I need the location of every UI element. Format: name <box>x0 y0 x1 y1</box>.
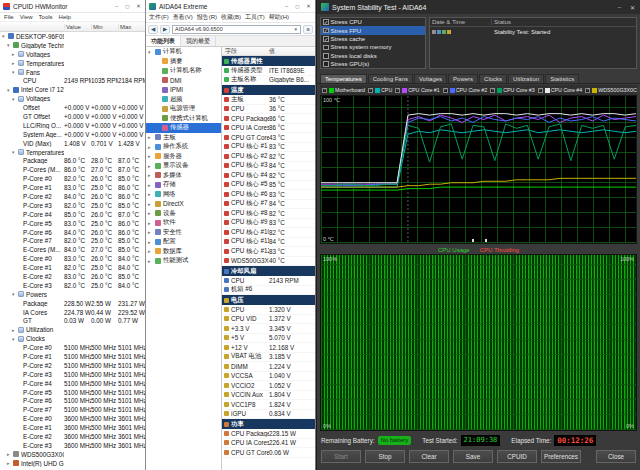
sensor-row[interactable]: E-Core #182.0 °C25.0 °C84.0 °C <box>0 263 145 272</box>
tree-item[interactable]: 摘要 <box>146 57 221 67</box>
sensor-row[interactable]: ▸Utilization <box>0 325 145 334</box>
column-header-value[interactable]: Value <box>64 24 91 30</box>
expand-icon[interactable]: ▸ <box>148 210 154 216</box>
legend-item[interactable]: Motherboard <box>322 87 365 93</box>
start-button[interactable]: Start <box>321 450 361 463</box>
field-row[interactable]: CPU GT Cores43 °C <box>222 133 315 143</box>
expand-icon[interactable]: ▸ <box>148 172 154 178</box>
stop-button[interactable]: Stop <box>365 450 405 463</box>
scroll-marker[interactable] <box>485 239 487 242</box>
aida64-menu[interactable]: 工具(T) <box>245 13 265 22</box>
checkbox-unchecked-icon[interactable] <box>323 45 329 51</box>
tree-item[interactable]: 传感器 <box>146 123 221 133</box>
legend-item[interactable]: CPU <box>368 87 392 93</box>
sensor-row[interactable]: E-Core #13600 MHz500 MHz3601 MHz <box>0 423 145 432</box>
checkbox-unchecked-icon[interactable] <box>323 61 329 67</box>
field-row[interactable]: +12 V12.168 V <box>222 343 315 353</box>
sensor-row[interactable]: P-Core #284.0 °C26.0 °C86.0 °C <box>0 192 145 201</box>
checkbox-checked-icon[interactable] <box>585 88 590 93</box>
sensor-row[interactable]: LLC/Ring O...+0.000 V+0.000 V+0.000 V <box>0 121 145 130</box>
legend-item[interactable]: CPU Core #4 <box>538 87 583 93</box>
sensor-row[interactable]: ▾Voltages <box>0 94 145 103</box>
close-button[interactable]: Close <box>596 450 636 463</box>
report-icon[interactable]: ≡ <box>303 25 313 34</box>
field-row[interactable]: DIMM1.224 V <box>222 362 315 372</box>
aida64-titlebar[interactable]: AIDA64 Extreme <box>146 0 315 13</box>
field-row[interactable]: VCC1P81.824 V <box>222 400 315 410</box>
expand-icon[interactable]: ▸ <box>148 239 154 245</box>
field-row[interactable]: CPU Package228.15 W <box>222 429 315 439</box>
tree-item[interactable]: ▸多媒体 <box>146 171 221 181</box>
field-row[interactable]: CPU GT Cores0.06 W <box>222 448 315 458</box>
sensor-row[interactable]: E-Cores (M...84.0 °C27.0 °C85.0 °C <box>0 245 145 254</box>
sensor-row[interactable]: P-Core #382.0 °C25.0 °C85.0 °C <box>0 201 145 210</box>
field-row[interactable]: CPU 核心 #1283 °C <box>222 247 315 257</box>
close-icon[interactable] <box>629 4 636 11</box>
legend-item[interactable]: CPU Core #3 <box>490 87 535 93</box>
field-row[interactable]: CPU1.320 V <box>222 305 315 315</box>
minimize-icon[interactable] <box>113 3 120 9</box>
sensor-row[interactable]: P-Core #684.0 °C26.0 °C86.0 °C <box>0 228 145 237</box>
forward-icon[interactable]: ▶ <box>160 25 170 34</box>
field-row[interactable]: CPU Package86 °C <box>222 114 315 124</box>
field-row[interactable]: VBAT 电池3.185 V <box>222 353 315 363</box>
field-row[interactable]: VCCIN Aux1.804 V <box>222 391 315 401</box>
tab-statistics[interactable]: Statistics <box>545 74 579 83</box>
field-row[interactable]: +3.3 V3.345 V <box>222 324 315 334</box>
stress-option-stress-system-memory[interactable]: Stress system memory <box>321 43 425 51</box>
stress-option-stress-local-disks[interactable]: Stress local disks <box>321 52 425 60</box>
minimize-icon[interactable] <box>616 4 623 11</box>
expand-icon[interactable]: ▸ <box>148 163 154 169</box>
sensor-row[interactable]: P-Core #082.0 °C26.0 °C85.0 °C <box>0 174 145 183</box>
checkbox-checked-icon[interactable] <box>368 88 373 93</box>
field-row[interactable]: CPU VID1.372 V <box>222 315 315 325</box>
field-row[interactable]: CPU 核心 #882 °C <box>222 209 315 219</box>
tree-item[interactable]: IPMI <box>146 85 221 95</box>
tree-item[interactable]: ▸设备 <box>146 209 221 219</box>
field-row[interactable]: CPU 核心 #784 °C <box>222 200 315 210</box>
sensor-row[interactable]: ▸Voltages <box>0 50 145 59</box>
tab-clocks[interactable]: Clocks <box>479 74 507 83</box>
back-icon[interactable]: ◀ <box>148 25 158 34</box>
field-row[interactable]: 主板36 °C <box>222 95 315 105</box>
stress-option-stress-cpu[interactable]: Stress CPU <box>321 18 425 26</box>
checkbox-unchecked-icon[interactable] <box>323 53 329 59</box>
sensor-row[interactable]: CPU2149 RPM1035 RPM2184 RPM <box>0 76 145 85</box>
field-row[interactable]: CPU 核心 #482 °C <box>222 171 315 181</box>
legend-item[interactable]: WDS500G3X0C-00SJG0 <box>585 87 637 93</box>
expand-icon[interactable]: ▸ <box>148 153 154 159</box>
maximize-icon[interactable] <box>124 3 131 9</box>
expand-icon[interactable]: ▸ <box>148 144 154 150</box>
sensor-row[interactable]: Package86.0 °C28.0 °C87.0 °C <box>0 156 145 165</box>
preferences-button[interactable]: Preferences <box>541 450 581 463</box>
close-icon[interactable] <box>305 3 312 9</box>
sensor-row[interactable]: P-Core #25100 MHz500 MHz5101 MHz <box>0 361 145 370</box>
collapse-icon[interactable]: ▾ <box>148 49 154 55</box>
hwmonitor-menu-file[interactable]: File <box>4 14 14 20</box>
checkbox-checked-icon[interactable] <box>538 88 543 93</box>
sensor-row[interactable]: P-Core #15100 MHz500 MHz5101 MHz <box>0 352 145 361</box>
field-row[interactable]: CPU 核心 #683 °C <box>222 190 315 200</box>
tree-item[interactable]: 电源管理 <box>146 104 221 114</box>
save-button[interactable]: Save <box>453 450 493 463</box>
field-row[interactable]: 机箱 #6 <box>222 286 315 296</box>
field-row[interactable]: 主板名称Gigabyte B6... <box>222 76 315 86</box>
sensor-row[interactable]: GT0.03 W0.00 W0.77 W <box>0 317 145 326</box>
field-row[interactable]: CPU 核心 #384 °C <box>222 162 315 172</box>
sensor-row[interactable]: P-Core #782.0 °C25.0 °C85.0 °C <box>0 236 145 245</box>
aida64-menu[interactable]: 收藏(B) <box>221 13 241 22</box>
hwmonitor-menu-help[interactable]: Help <box>59 14 71 20</box>
sensor-row[interactable]: ▾Fans <box>0 68 145 77</box>
expand-icon[interactable]: ▸ <box>148 220 154 226</box>
field-row[interactable]: WDS500G3X0C-00SJG040 °C <box>222 257 315 267</box>
sensor-row[interactable]: ▾Intel Core i7 1270... <box>0 85 145 94</box>
tab-item[interactable]: 我的最爱 <box>181 36 216 46</box>
field-row[interactable]: CPU 核心 #1184 °C <box>222 238 315 248</box>
tree-item[interactable]: ▸数据库 <box>146 247 221 257</box>
sensor-row[interactable]: P-Core #35100 MHz500 MHz5101 MHz <box>0 370 145 379</box>
tree-item[interactable]: ▸操作系统 <box>146 142 221 152</box>
tree-item[interactable]: DMI <box>146 76 221 86</box>
field-row[interactable]: CPU 核心 #983 °C <box>222 219 315 229</box>
checkbox-checked-icon[interactable] <box>490 88 495 93</box>
sensor-row[interactable]: P-Core #45100 MHz500 MHz5101 MHz <box>0 379 145 388</box>
